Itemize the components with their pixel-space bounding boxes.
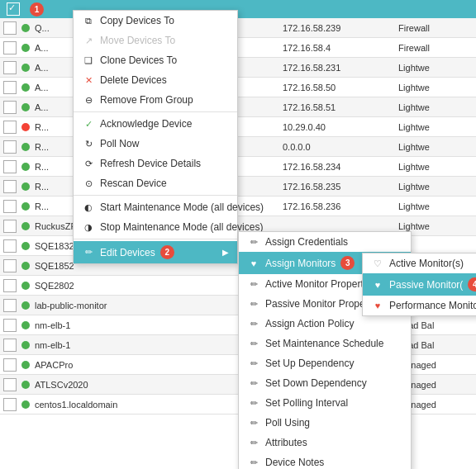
table-row[interactable]: Q... 172.16.58.239 Firewall — [0, 18, 476, 38]
attributes-item[interactable]: ✏ Attributes — [239, 433, 411, 452]
assign-credentials-label: Assign Credentials — [265, 236, 348, 248]
row-checkbox[interactable] — [3, 41, 17, 54]
poll-now-item[interactable]: ↻ Poll Now — [74, 134, 237, 154]
delete-icon: ✕ — [82, 75, 95, 86]
clone-devices-label: Clone Devices To — [100, 54, 177, 66]
refresh-device-details-item[interactable]: ⟳ Refresh Device Details — [74, 154, 237, 173]
copy-icon: ⧉ — [82, 16, 95, 26]
set-maintenance-schedule-label: Set Maintenance Schedule — [265, 338, 383, 349]
heart-icon: ♥ — [247, 258, 260, 268]
copy-devices-to-item[interactable]: ⧉ Copy Devices To — [74, 11, 237, 31]
row-checkbox[interactable] — [3, 140, 17, 154]
passive-monitor-item[interactable]: ♥ Passive Monitor( 4 — [363, 273, 476, 296]
active-monitor-props-label: Active Monitor Properties — [265, 278, 376, 290]
remove-from-group-label: Remove From Group — [100, 94, 193, 106]
rescan-device-item[interactable]: ⊙ Rescan Device — [74, 173, 237, 193]
row-checkbox[interactable] — [3, 180, 17, 193]
edit-icon: ✏ — [82, 247, 95, 258]
device-notes-icon: ✏ — [247, 457, 260, 468]
clone-devices-to-item[interactable]: ❑ Clone Devices To — [74, 50, 237, 70]
table-row[interactable]: A... 172.16.58.50 Lightwe — [0, 78, 476, 97]
device-notes-item[interactable]: ✏ Device Notes — [239, 452, 411, 469]
status-dot — [21, 262, 30, 270]
remove-from-group-item[interactable]: ⊖ Remove From Group — [74, 90, 237, 110]
table-row[interactable]: R... 0.0.0.0 Lightwe — [0, 137, 476, 157]
row-checkbox[interactable] — [3, 121, 17, 134]
passive-mon-props-icon: ✏ — [247, 299, 260, 310]
status-dot — [21, 301, 30, 310]
set-maintenance-schedule-item[interactable]: ✏ Set Maintenance Schedule — [239, 334, 411, 353]
table-row[interactable]: A... 172.16.58.4 Firewall — [0, 38, 476, 58]
status-dot — [21, 381, 30, 389]
stop-maintenance-item[interactable]: ◑ Stop Maintenance Mode (all devices) — [74, 217, 237, 237]
move-devices-label: Move Devices To — [100, 35, 175, 46]
row-checkbox[interactable] — [3, 239, 17, 253]
edit-devices-item[interactable]: ✏ Edit Devices 2 ▶ — [74, 241, 237, 263]
performance-monitor-item[interactable]: ♥ Performance Monitor( — [363, 296, 476, 315]
status-dot — [21, 202, 30, 211]
device-ip: 172.16.58.239 — [283, 23, 398, 33]
acknowledge-device-item[interactable]: ✓ Acknowledge Device — [74, 114, 237, 134]
row-checkbox[interactable] — [3, 398, 17, 411]
set-up-dependency-label: Set Up Dependency — [265, 358, 354, 369]
row-checkbox[interactable] — [3, 160, 17, 173]
active-monitors-item[interactable]: ♡ Active Monitor(s) — [363, 253, 476, 273]
device-type: Lightwe — [398, 122, 473, 132]
set-up-dependency-item[interactable]: ✏ Set Up Dependency — [239, 353, 411, 373]
context-menu-3: ♡ Active Monitor(s) ♥ Passive Monitor( 4… — [362, 253, 476, 316]
table-row[interactable]: R... 10.29.0.40 Lightwe — [0, 117, 476, 137]
set-polling-interval-item[interactable]: ✏ Set Polling Interval — [239, 393, 411, 413]
attributes-icon: ✏ — [247, 438, 260, 448]
down-dep-icon: ✏ — [247, 378, 260, 389]
row-checkbox[interactable] — [3, 299, 17, 312]
set-down-dependency-item[interactable]: ✏ Set Down Dependency — [239, 373, 411, 393]
status-dot — [21, 222, 30, 230]
set-down-dependency-label: Set Down Dependency — [265, 377, 367, 389]
row-checkbox[interactable] — [3, 339, 17, 352]
edit-devices-badge: 2 — [160, 245, 174, 259]
rescan-label: Rescan Device — [100, 178, 167, 189]
status-dot — [21, 44, 30, 52]
status-dot — [21, 64, 30, 72]
table-row[interactable]: A... 172.16.58.231 Lightwe — [0, 58, 476, 78]
assign-monitors-badge: 3 — [340, 256, 355, 270]
row-checkbox[interactable] — [3, 101, 17, 114]
device-type: Lightwe — [398, 221, 473, 231]
device-ip: 0.0.0.0 — [283, 142, 398, 152]
status-dot — [21, 242, 30, 250]
select-all-checkbox[interactable]: ✓ — [7, 2, 20, 16]
row-checkbox[interactable] — [3, 358, 17, 372]
remove-icon: ⊖ — [82, 95, 95, 106]
separator-3 — [74, 239, 237, 239]
set-polling-interval-label: Set Polling Interval — [265, 397, 348, 409]
row-checkbox[interactable] — [3, 279, 17, 292]
clone-icon: ❑ — [82, 55, 95, 66]
table-header: ✓ 1 — [0, 0, 476, 18]
refresh-icon: ⟳ — [82, 159, 95, 169]
row-checkbox[interactable] — [3, 81, 17, 94]
poll-using-item[interactable]: ✏ Poll Using — [239, 413, 411, 433]
table-row[interactable]: A... 172.16.58.51 Lightwe — [0, 97, 476, 117]
assign-action-policy-item[interactable]: ✏ Assign Action Policy — [239, 314, 411, 334]
row-checkbox[interactable] — [3, 319, 17, 332]
assign-credentials-item[interactable]: ✏ Assign Credentials — [239, 232, 411, 252]
row-checkbox[interactable] — [3, 259, 17, 272]
device-type: Firewall — [398, 43, 473, 53]
row-checkbox[interactable] — [3, 21, 17, 35]
separator-1 — [74, 111, 237, 112]
device-ip: 172.16.58.235 — [283, 182, 398, 192]
delete-devices-item[interactable]: ✕ Delete Devices — [74, 70, 237, 90]
status-dot — [21, 103, 30, 111]
table-row[interactable]: R... 172.16.58.234 Lightwe — [0, 157, 476, 177]
active-monitor-icon: ♡ — [371, 258, 384, 269]
table-row[interactable]: R... 172.16.58.235 Lightwe — [0, 177, 476, 197]
status-dot — [21, 143, 30, 151]
row-checkbox[interactable] — [3, 220, 17, 233]
row-checkbox[interactable] — [3, 61, 17, 74]
passive-monitor-label: Passive Monitor( — [389, 279, 463, 291]
row-checkbox[interactable] — [3, 200, 17, 213]
assign-monitors-label: Assign Monitors — [265, 258, 336, 269]
row-checkbox[interactable] — [3, 378, 17, 391]
move-devices-to-item: ↗ Move Devices To — [74, 31, 237, 50]
start-maintenance-item[interactable]: ◐ Start Maintenance Mode (all devices) — [74, 197, 237, 217]
